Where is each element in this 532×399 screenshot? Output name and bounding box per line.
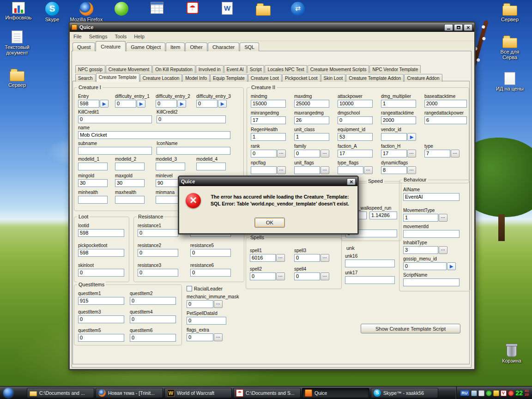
- input-type[interactable]: 7: [424, 150, 450, 157]
- desktop-icon-item-12[interactable]: Все для Серва: [493, 34, 526, 60]
- lookup-arrow-button-difficulty-entry-3[interactable]: [218, 100, 227, 108]
- input-difficulty-entry-2[interactable]: 0: [156, 100, 177, 108]
- subtab-involved-in[interactable]: Involved in: [196, 65, 224, 73]
- input-maxgold[interactable]: 30: [115, 179, 145, 187]
- input-questitem2[interactable]: 0: [130, 297, 176, 305]
- tab-item[interactable]: Item: [166, 42, 185, 51]
- lookup-arrow-button-difficulty-entry-1[interactable]: [137, 100, 145, 108]
- desktop-icon-folder-7[interactable]: [247, 2, 280, 17]
- ellipsis-button-family[interactable]: [320, 150, 329, 157]
- input-ainame[interactable]: EventAI: [403, 193, 459, 201]
- ellipsis-button-movementtype[interactable]: [439, 214, 447, 222]
- taskbar-button-quice[interactable]: Quice: [302, 388, 369, 398]
- input-petspelldataid[interactable]: 0: [187, 317, 226, 325]
- subtab-npc-vendor-template[interactable]: NPC Vendor Template: [369, 65, 421, 73]
- input-name[interactable]: Mob Cricket: [78, 131, 230, 139]
- taskbar-button-world-of-warcraft[interactable]: World of Warcraft: [164, 388, 232, 398]
- tab-character[interactable]: Character: [208, 42, 239, 51]
- subtab-script[interactable]: Script: [247, 65, 265, 73]
- close-button[interactable]: [464, 24, 472, 31]
- subtab-creature-template-addon[interactable]: Creature Template Addon: [346, 74, 404, 82]
- maximize-button[interactable]: [454, 24, 463, 31]
- start-button[interactable]: [3, 388, 13, 398]
- subtab-equip-template[interactable]: Equip Template: [210, 74, 248, 82]
- input-spell3[interactable]: 0: [294, 254, 320, 262]
- subtab-pickpocket-loot[interactable]: Pickpocket Loot: [282, 74, 320, 82]
- input-questitem1[interactable]: 915: [78, 297, 124, 305]
- subtab-model-info[interactable]: Model Info: [182, 74, 210, 82]
- input-faction-h[interactable]: 17: [381, 150, 407, 157]
- input-mingold[interactable]: 30: [78, 179, 108, 187]
- green-shield-icon[interactable]: [486, 390, 492, 396]
- input-modelid-1[interactable]: [78, 163, 108, 170]
- minimize-button[interactable]: [444, 24, 453, 31]
- subtab-creature-movement-scripts[interactable]: Creature Movement Scripts: [308, 65, 369, 73]
- lookup-arrow-button-entry[interactable]: [100, 100, 109, 108]
- desktop-icon-item-0[interactable]: Инфосвязь: [2, 2, 35, 20]
- desktop-icon-mozilla-firefox-2[interactable]: Mozilla Firefox: [70, 2, 103, 22]
- desktop-icon-spreadsheet-4[interactable]: [140, 2, 174, 15]
- taskbar-button-c-documents-and-s[interactable]: C:\Documents and S...: [233, 388, 301, 398]
- desktop-icon-wordpad-6[interactable]: [211, 2, 244, 16]
- menu-help[interactable]: Help: [134, 34, 145, 39]
- subtab-creature-movement[interactable]: Creature Movement: [106, 65, 152, 73]
- ellipsis-button-mechanic-immune-mask[interactable]: [214, 300, 223, 308]
- subtab-on-kill-reputation[interactable]: On Kill Reputation: [152, 65, 195, 73]
- input-family[interactable]: 0: [294, 150, 320, 157]
- ellipsis-button-flags-extra[interactable]: [214, 333, 223, 341]
- input-lootid[interactable]: 598: [78, 229, 124, 237]
- input-inhabittype[interactable]: 3: [403, 246, 438, 254]
- input-questitem6[interactable]: 0: [130, 334, 176, 342]
- subtab-event-ai[interactable]: Event AI: [224, 65, 247, 73]
- menu-settings[interactable]: Settings: [89, 34, 108, 39]
- input-unk16[interactable]: [345, 260, 395, 267]
- input-skinloot[interactable]: 0: [78, 269, 124, 277]
- input-spell2[interactable]: 0: [250, 272, 276, 280]
- ellipsis-button-spell1[interactable]: [276, 254, 285, 262]
- input-pickpocketloot[interactable]: 598: [78, 249, 124, 257]
- input-mindmg[interactable]: 15000: [251, 100, 286, 108]
- tab-quest[interactable]: Quest: [73, 42, 95, 51]
- taskbar-button-skype-xaakk56[interactable]: Skype™ - xaakk56: [371, 388, 438, 398]
- subtab-locales-npc-text[interactable]: Locales NPC Text: [265, 65, 307, 73]
- ellipsis-button-rank[interactable]: [277, 150, 286, 157]
- red-v-icon[interactable]: [501, 390, 507, 396]
- input-gossip-menu-id[interactable]: 0: [403, 262, 447, 270]
- input-difficulty-entry-3[interactable]: 0: [196, 100, 218, 108]
- lookup-arrow-button-vendor-id[interactable]: [407, 133, 416, 141]
- input-resistance2[interactable]: 0: [138, 249, 178, 257]
- input-attackpower[interactable]: 10000: [338, 100, 373, 108]
- input-questitem3[interactable]: 0: [78, 315, 124, 323]
- input-speed-run[interactable]: 1.14286: [369, 212, 397, 219]
- subtab-search[interactable]: Search: [75, 74, 96, 82]
- tab-game-object[interactable]: Game Object: [126, 42, 165, 51]
- input-minhealth[interactable]: [78, 196, 108, 204]
- input-resistance1[interactable]: 0: [138, 229, 178, 237]
- input-modelid-2[interactable]: [115, 163, 145, 170]
- ellipsis-button-faction-h[interactable]: [407, 150, 416, 157]
- input-modelid-4[interactable]: [196, 163, 226, 170]
- input-unit-flags[interactable]: [294, 166, 320, 174]
- tab-creature[interactable]: Creature: [96, 41, 126, 51]
- desktop-icon-skype-1[interactable]: Skype: [36, 2, 69, 22]
- input-maxhealth[interactable]: [115, 196, 145, 204]
- ellipsis-button-spell2[interactable]: [276, 272, 285, 280]
- desktop-icon-green-orb-3[interactable]: [105, 2, 138, 17]
- red-icon[interactable]: [508, 390, 514, 396]
- ellipsis-button-inhabittype[interactable]: [439, 246, 447, 254]
- desktop-icon-avira-5[interactable]: [176, 2, 209, 15]
- input-entry[interactable]: 598: [78, 100, 99, 108]
- lookup-arrow-button-difficulty-entry-2[interactable]: [177, 100, 186, 108]
- input-movementid[interactable]: [403, 230, 459, 238]
- dialog-titlebar[interactable]: Quice: [179, 177, 357, 186]
- display-icon[interactable]: [471, 390, 477, 396]
- desktop-icon-item-11[interactable]: Сервер: [493, 2, 526, 22]
- ellipsis-button-unit-flags[interactable]: [320, 166, 329, 174]
- subtab-creature-loot[interactable]: Creature Loot: [248, 74, 282, 82]
- menu-file[interactable]: File: [73, 34, 82, 39]
- desktop-icon-item-9[interactable]: Текстовый документ: [0, 30, 34, 55]
- input-unit-class[interactable]: 1: [294, 133, 329, 141]
- input-maxrangedmg[interactable]: 26: [294, 116, 329, 124]
- input-difficulty-entry-1[interactable]: 0: [115, 100, 136, 108]
- ellipsis-button-spell4[interactable]: [320, 272, 329, 280]
